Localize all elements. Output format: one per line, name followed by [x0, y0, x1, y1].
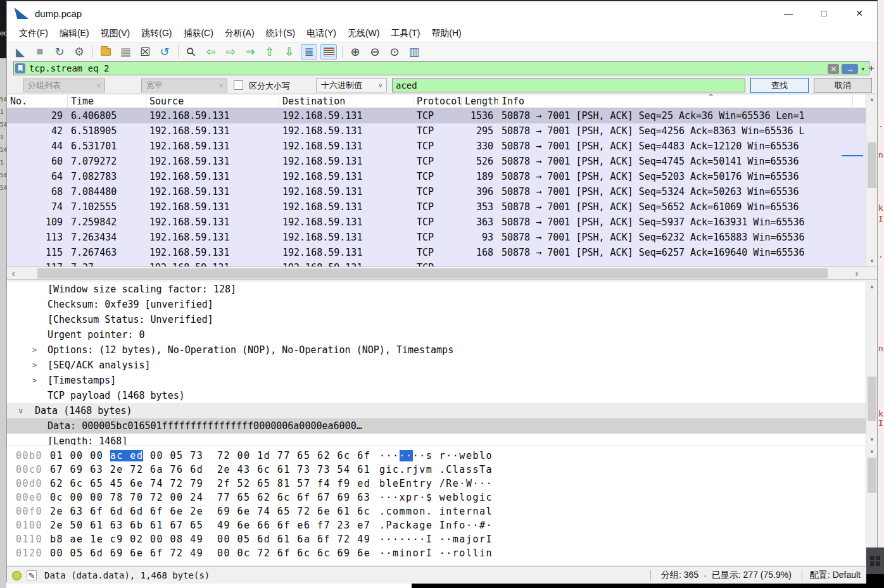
scroll-down-icon[interactable]: ▼	[866, 256, 877, 266]
packet-row[interactable]: 1097.259842192.168.59.131192.168.59.131T…	[7, 215, 877, 230]
packet-row[interactable]: 687.084480192.168.59.131192.168.59.131TC…	[7, 184, 877, 199]
find-packet-icon[interactable]: ⚲	[183, 44, 199, 59]
hex-row[interactable]: 00c067 69 63 2e 72 6a 76 6d2e 43 6c 61 7…	[7, 463, 877, 477]
close-button[interactable]: ✕	[842, 1, 877, 25]
menu-item-分析[interactable]: 分析(A)	[219, 26, 260, 41]
minimize-button[interactable]: —	[771, 1, 806, 25]
colorize-icon[interactable]	[320, 44, 337, 59]
go-forward-icon[interactable]: ⇨	[222, 44, 239, 59]
save-file-icon[interactable]: ▦	[117, 44, 134, 59]
column-header-destination[interactable]: Destination	[279, 94, 414, 108]
detail-line[interactable]: Checksum: 0xfe39 [unverified]	[7, 297, 877, 312]
menu-item-文件[interactable]: 文件(F)	[13, 26, 54, 41]
scroll-up-icon[interactable]: ▲	[866, 94, 877, 104]
zoom-in-icon[interactable]: ⊕	[347, 44, 363, 59]
packet-row[interactable]: 446.531701192.168.59.131192.168.59.131TC…	[7, 139, 877, 154]
resize-columns-icon[interactable]: ▥	[406, 44, 422, 59]
auto-scroll-icon[interactable]: ≣	[301, 44, 317, 59]
detail-line[interactable]: Urgent pointer: 0	[7, 327, 877, 342]
menu-item-视图[interactable]: 视图(V)	[95, 26, 136, 41]
detail-line[interactable]: >Options: (12 bytes), No-Operation (NOP)…	[7, 342, 877, 358]
capture-options-icon[interactable]: ⚙	[71, 44, 87, 59]
menu-item-电话[interactable]: 电话(Y)	[301, 26, 342, 41]
detail-line[interactable]: [Checksum Status: Unverified]	[7, 312, 877, 327]
find-scope-select[interactable]: 分组列表 ∨	[23, 78, 105, 92]
clear-filter-icon[interactable]: ✕	[828, 64, 839, 74]
detail-line[interactable]: >[SEQ/ACK analysis]	[7, 358, 877, 373]
hex-row[interactable]: 00d062 6c 65 45 6e 74 72 792f 52 65 81 5…	[7, 477, 877, 491]
go-back-icon[interactable]: ⇦	[203, 44, 219, 59]
column-header-time[interactable]: Time	[68, 94, 146, 108]
scroll-left-icon[interactable]: ‹	[7, 267, 20, 280]
column-header-info[interactable]: Info	[498, 94, 853, 108]
scroll-down-icon[interactable]: ▼	[866, 435, 877, 445]
cancel-button[interactable]: 取消	[814, 78, 872, 93]
detail-line[interactable]: [Length: 1468]	[7, 434, 877, 445]
menu-item-帮助[interactable]: 帮助(H)	[426, 26, 467, 41]
capture-comment-icon[interactable]: ✎	[27, 570, 37, 580]
packet-row[interactable]: 426.518905192.168.59.131192.168.59.131TC…	[7, 123, 877, 139]
find-button[interactable]: 查找	[750, 78, 809, 93]
packet-list-hscrollbar[interactable]: ‹ ›	[7, 266, 877, 280]
menu-item-无线[interactable]: 无线(W)	[342, 26, 386, 41]
hex-row[interactable]: 00e00c 00 00 78 70 72 00 2477 65 62 6c 6…	[7, 491, 877, 504]
scroll-up-icon[interactable]: ▲	[866, 282, 877, 292]
scrollbar-thumb[interactable]	[37, 268, 828, 278]
case-sensitive-checkbox[interactable]	[234, 80, 243, 90]
maximize-button[interactable]: □	[806, 1, 842, 25]
packet-row[interactable]: 647.082783192.168.59.131192.168.59.131TC…	[7, 169, 877, 184]
scrollbar-thumb[interactable]	[868, 377, 876, 421]
menu-item-跳转[interactable]: 跳转(G)	[136, 26, 177, 41]
scrollbar-thumb[interactable]	[868, 458, 876, 493]
display-filter-input[interactable]: tcp.stream eq 2 ✕ → ▾	[13, 61, 869, 75]
detail-line[interactable]: [Window size scaling factor: 128]	[7, 282, 877, 297]
expert-info-icon[interactable]	[12, 571, 22, 580]
hex-row[interactable]: 01002e 50 61 63 6b 61 67 6549 6e 66 6f e…	[7, 518, 877, 532]
packet-list-vscrollbar[interactable]: ▲ ▼	[866, 94, 877, 266]
open-file-icon[interactable]	[98, 44, 114, 59]
column-header-length[interactable]: Length	[462, 94, 498, 108]
scroll-right-icon[interactable]: ›	[850, 267, 863, 280]
packet-row[interactable]: 1177.27192.168.59.131192.168.59.131TCP	[7, 260, 877, 266]
zoom-reset-icon[interactable]: ⊙	[386, 44, 403, 59]
add-filter-button[interactable]: +	[868, 62, 875, 75]
hex-row[interactable]: 00b001 00 00 ac ed 00 05 7372 00 1d 77 6…	[7, 449, 877, 463]
detail-line[interactable]: Data: 000005bc016501ffffffffffffffff0000…	[7, 418, 877, 434]
menu-item-工具[interactable]: 工具(T)	[385, 26, 426, 41]
packet-row[interactable]: 1157.267463192.168.59.131192.168.59.131T…	[7, 245, 877, 260]
packet-row[interactable]: 1137.263434192.168.59.131192.168.59.131T…	[7, 230, 877, 245]
apply-filter-icon[interactable]: →	[842, 64, 858, 74]
go-top-icon[interactable]: ⇧	[262, 44, 278, 59]
packet-row-partial[interactable]: 1177.27192.168.59.131192.168.59.131TCP	[7, 260, 877, 266]
filter-history-caret-icon[interactable]: ▾	[858, 66, 868, 72]
start-capture-icon[interactable]: ◣	[12, 44, 28, 59]
column-header-source[interactable]: Source	[146, 94, 279, 108]
go-bottom-icon[interactable]: ⇩	[281, 44, 298, 59]
detail-line[interactable]: vData (1468 bytes)	[7, 403, 877, 418]
detail-vscrollbar[interactable]: ▲ ▼	[866, 282, 877, 445]
scrollbar-thumb[interactable]	[868, 142, 876, 188]
collapse-arrow-icon[interactable]: v	[18, 403, 23, 418]
go-to-packet-icon[interactable]: ⇒	[242, 44, 258, 59]
detail-line[interactable]: >[Timestamps]	[7, 373, 877, 388]
menu-item-捕获[interactable]: 捕获(C)	[177, 26, 218, 41]
reload-file-icon[interactable]: ↺	[156, 44, 173, 59]
profile-label[interactable]: 配置: Default	[810, 570, 861, 581]
menu-item-编辑[interactable]: 编辑(E)	[54, 26, 95, 41]
packet-row[interactable]: 607.079272192.168.59.131192.168.59.131TC…	[7, 154, 877, 169]
close-file-icon[interactable]: ☒	[137, 44, 153, 59]
expand-arrow-icon[interactable]: >	[32, 373, 37, 388]
find-query-input[interactable]: aced	[392, 78, 745, 92]
hex-row[interactable]: 0110b8 ae 1e c9 02 00 08 4900 05 6d 61 6…	[7, 532, 877, 546]
detail-line[interactable]: TCP payload (1468 bytes)	[7, 388, 877, 403]
packet-row[interactable]: 296.406805192.168.59.131192.168.59.131TC…	[7, 108, 877, 123]
column-header-no[interactable]: No.	[7, 94, 68, 108]
expand-arrow-icon[interactable]: >	[32, 358, 37, 373]
expand-arrow-icon[interactable]: >	[32, 342, 37, 358]
menu-item-统计[interactable]: 统计(S)	[260, 26, 301, 41]
scroll-up-icon[interactable]: ▲	[866, 446, 877, 456]
hex-row[interactable]: 012000 05 6d 69 6e 6f 72 4900 0c 72 6f 6…	[7, 546, 877, 560]
find-width-select[interactable]: 宽窄 ∨	[141, 78, 227, 92]
stop-capture-icon[interactable]: ■	[32, 44, 48, 59]
packet-row[interactable]: 747.102555192.168.59.131192.168.59.131TC…	[7, 199, 877, 215]
